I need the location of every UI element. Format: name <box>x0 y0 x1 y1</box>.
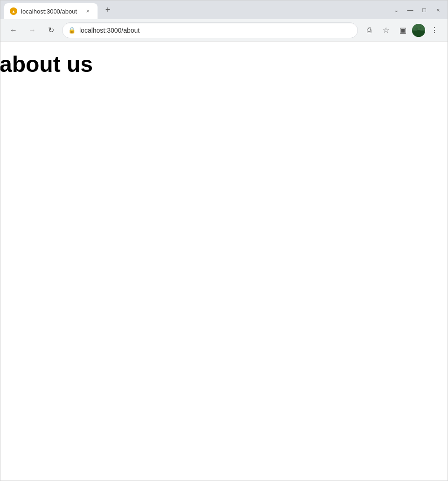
chevron-down-button[interactable]: ⌄ <box>391 4 402 15</box>
split-view-button[interactable]: ▣ <box>395 23 410 38</box>
share-button[interactable]: ⎙ <box>362 23 377 38</box>
tab-title: localhost:3000/about <box>21 8 80 15</box>
forward-button: → <box>25 23 40 38</box>
svg-point-3 <box>420 27 421 29</box>
reload-button[interactable]: ↻ <box>43 23 58 38</box>
address-bar[interactable]: 🔒 localhost:3000/about <box>62 22 358 38</box>
back-button[interactable]: ← <box>6 23 21 38</box>
minimize-button[interactable]: — <box>405 4 416 15</box>
lock-icon: 🔒 <box>68 27 76 34</box>
window-controls: ⌄ — □ × <box>391 4 444 15</box>
toolbar: ← → ↻ 🔒 localhost:3000/about ⎙ ☆ ▣ ⋮ <box>0 19 448 42</box>
page-heading: about us <box>0 42 448 78</box>
active-tab[interactable]: localhost:3000/about × <box>4 3 98 19</box>
maximize-button[interactable]: □ <box>419 4 430 15</box>
menu-button[interactable]: ⋮ <box>427 23 442 38</box>
close-button[interactable]: × <box>433 4 444 15</box>
svg-point-2 <box>415 28 418 30</box>
profile-avatar[interactable] <box>412 24 425 37</box>
title-bar: localhost:3000/about × + ⌄ — □ × <box>0 0 448 19</box>
avatar-image <box>412 24 425 37</box>
bookmark-button[interactable]: ☆ <box>378 23 393 38</box>
page-content: about us <box>0 42 448 481</box>
browser-window: localhost:3000/about × + ⌄ — □ × ← → ↻ 🔒… <box>0 0 448 481</box>
tab-favicon <box>10 7 17 15</box>
tab-close-button[interactable]: × <box>84 7 92 15</box>
new-tab-button[interactable]: + <box>101 3 114 16</box>
url-text: localhost:3000/about <box>79 27 352 34</box>
toolbar-right: ⎙ ☆ ▣ ⋮ <box>362 23 442 38</box>
